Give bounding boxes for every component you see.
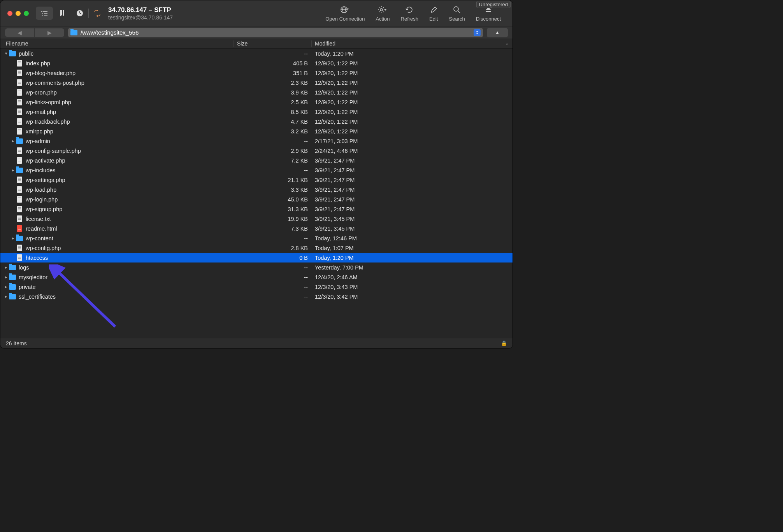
file-row[interactable]: wp-links-opml.php2.5 KB12/9/20, 1:22 PM [0, 97, 513, 107]
search-button[interactable]: Search [449, 5, 465, 22]
file-row[interactable]: license.txt19.9 KB3/9/21, 3:45 PM [0, 214, 513, 224]
file-row[interactable]: xmlrpc.php3.2 KB12/9/20, 1:22 PM [0, 126, 513, 136]
filename-cell: ▸ssl_certificates [0, 294, 234, 300]
zoom-window-button[interactable] [24, 11, 29, 16]
file-row[interactable]: wp-trackback.php4.7 KB12/9/20, 1:22 PM [0, 117, 513, 126]
file-row[interactable]: ▸logs--Yesterday, 7:00 PM [0, 262, 513, 272]
filename-cell: wp-trackback.php [0, 118, 234, 125]
file-icon [17, 254, 22, 261]
close-window-button[interactable] [7, 11, 12, 16]
disclosure-triangle[interactable]: ▸ [4, 265, 9, 270]
file-row[interactable]: wp-cron.php3.9 KB12/9/20, 1:22 PM [0, 88, 513, 97]
navigation-bar: ◀ ▶ /www/testingsitex_556 ▲ [0, 26, 513, 38]
filename-cell: ▸logs [0, 264, 234, 271]
file-row[interactable]: index.php405 B12/9/20, 1:22 PM [0, 58, 513, 68]
filename-text: wp-config.php [26, 245, 61, 251]
file-row[interactable]: wp-signup.php31.3 KB3/9/21, 2:47 PM [0, 204, 513, 214]
go-up-button[interactable]: ▲ [487, 28, 508, 37]
filename-text: wp-signup.php [26, 206, 62, 212]
filename-text: index.php [26, 60, 50, 66]
file-icon [17, 70, 22, 76]
file-row[interactable]: wp-load.php3.3 KB3/9/21, 2:47 PM [0, 185, 513, 194]
size-cell: -- [234, 274, 312, 280]
file-icon [17, 79, 22, 86]
bookmarks-button[interactable] [57, 9, 68, 18]
modified-cell: Today, 1:20 PM [312, 51, 513, 57]
size-cell: 7.3 KB [234, 226, 312, 232]
filename-cell: wp-activate.php [0, 157, 234, 164]
size-cell: -- [234, 235, 312, 242]
modified-cell: Today, 12:46 PM [312, 235, 513, 242]
file-row[interactable]: wp-config-sample.php2.9 KB2/24/21, 4:46 … [0, 146, 513, 156]
file-icon [17, 225, 22, 232]
file-row[interactable]: readme.html7.3 KB3/9/21, 3:45 PM [0, 224, 513, 233]
file-row[interactable]: ▸wp-admin--2/17/21, 3:03 PM [0, 136, 513, 146]
modified-cell: Today, 1:20 PM [312, 255, 513, 261]
edit-button[interactable]: Edit [429, 5, 438, 22]
search-icon [453, 5, 461, 15]
file-row[interactable]: wp-blog-header.php351 B12/9/20, 1:22 PM [0, 68, 513, 78]
file-row[interactable]: ▸wp-content--Today, 12:46 PM [0, 233, 513, 243]
filename-cell: ▸private [0, 284, 234, 290]
open-connection-button[interactable]: Open Connection [325, 5, 365, 22]
file-row[interactable]: ▸mysqleditor--12/4/20, 2:46 AM [0, 272, 513, 282]
disclosure-triangle[interactable]: ▸ [11, 138, 16, 144]
size-cell: -- [234, 167, 312, 173]
disclosure-triangle[interactable]: ▸ [11, 168, 16, 173]
size-cell: 3.9 KB [234, 89, 312, 96]
path-dropdown-icon[interactable] [474, 29, 481, 36]
minimize-window-button[interactable] [16, 11, 21, 16]
file-row[interactable]: wp-mail.php8.5 KB12/9/20, 1:22 PM [0, 107, 513, 117]
disclosure-triangle[interactable]: ▾ [4, 51, 9, 56]
path-field[interactable]: /www/testingsitex_556 [68, 28, 483, 37]
refresh-button[interactable]: Refresh [401, 5, 419, 22]
disclosure-triangle[interactable]: ▸ [11, 236, 16, 241]
disclosure-triangle[interactable]: ▸ [4, 284, 9, 289]
view-mode-button[interactable] [36, 7, 53, 20]
connection-host: 34.70.86.147 – SFTP [108, 6, 173, 14]
file-list[interactable]: ▾public--Today, 1:20 PMindex.php405 B12/… [0, 49, 513, 338]
action-label: Action [376, 16, 390, 22]
file-row[interactable]: htaccess0 BToday, 1:20 PM [0, 253, 513, 262]
action-button[interactable]: Action [376, 5, 390, 22]
disclosure-triangle[interactable]: ▸ [4, 275, 9, 280]
modified-cell: 12/4/20, 2:46 AM [312, 274, 513, 280]
modified-cell: 12/9/20, 1:22 PM [312, 80, 513, 86]
size-cell: 2.8 KB [234, 245, 312, 251]
file-row[interactable]: ▸wp-includes--3/9/21, 2:47 PM [0, 165, 513, 175]
size-cell: 2.5 KB [234, 99, 312, 105]
transfers-button[interactable] [92, 9, 103, 18]
filename-text: readme.html [26, 226, 57, 232]
column-filename[interactable]: Filename [0, 40, 234, 47]
file-row[interactable]: ▾public--Today, 1:20 PM [0, 49, 513, 58]
size-cell: -- [234, 51, 312, 57]
folder-icon [16, 236, 23, 241]
size-cell: 21.1 KB [234, 177, 312, 183]
file-row[interactable]: wp-activate.php7.2 KB3/9/21, 2:47 PM [0, 156, 513, 165]
back-button[interactable]: ◀ [5, 28, 35, 37]
file-row[interactable]: wp-login.php45.0 KB3/9/21, 2:47 PM [0, 194, 513, 204]
filename-text: wp-comments-post.php [26, 80, 84, 86]
folder-icon [70, 30, 77, 35]
file-row[interactable]: ▸ssl_certificates--12/3/20, 3:42 PM [0, 292, 513, 301]
svg-point-14 [454, 7, 458, 11]
file-row[interactable]: wp-settings.php21.1 KB3/9/21, 2:47 PM [0, 175, 513, 185]
filename-text: wp-links-opml.php [26, 99, 71, 105]
column-modified[interactable]: Modified ⌄ [312, 40, 513, 47]
history-button[interactable] [74, 9, 85, 18]
file-row[interactable]: wp-comments-post.php2.3 KB12/9/20, 1:22 … [0, 78, 513, 88]
folder-icon [9, 51, 16, 56]
forward-button[interactable]: ▶ [35, 28, 64, 37]
status-bar: 26 Items 🔒 [0, 338, 513, 348]
modified-cell: 3/9/21, 2:47 PM [312, 206, 513, 212]
file-row[interactable]: wp-config.php2.8 KBToday, 1:07 PM [0, 243, 513, 253]
disconnect-label: Disconnect [476, 16, 501, 22]
size-cell: 2.9 KB [234, 148, 312, 154]
file-row[interactable]: ▸private--12/3/20, 3:43 PM [0, 282, 513, 292]
column-size[interactable]: Size [234, 40, 312, 47]
disclosure-triangle[interactable]: ▸ [4, 294, 9, 299]
history-nav: ◀ ▶ [5, 28, 64, 37]
size-cell: -- [234, 294, 312, 300]
folder-icon [9, 294, 16, 299]
filename-cell: ▸wp-admin [0, 138, 234, 144]
